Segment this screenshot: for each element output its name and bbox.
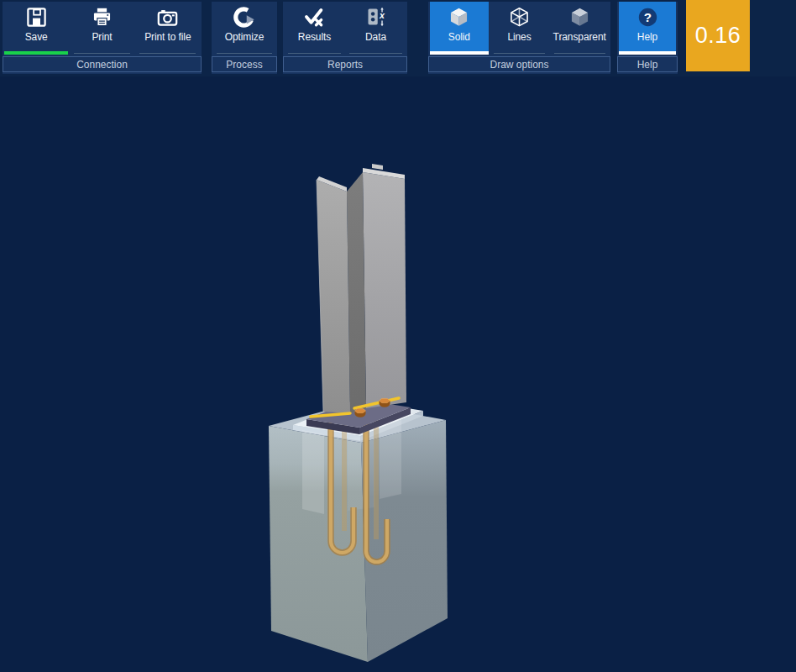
column-web-top-notch: [372, 164, 383, 170]
optimize-icon: [233, 6, 256, 29]
group-label-help: Help: [617, 56, 678, 72]
camera-icon: [156, 6, 179, 29]
print-icon: [91, 6, 113, 29]
solid-label: Solid: [448, 31, 470, 43]
ribbon-group-draw-options: Solid Lines: [428, 2, 610, 74]
optimize-label: Optimize: [225, 31, 264, 43]
print-button[interactable]: Print: [70, 2, 134, 55]
anchor-nut-left: [355, 408, 366, 417]
model-3d-view[interactable]: [0, 0, 796, 672]
data-button[interactable]: x Data: [346, 2, 406, 55]
ribbon-group-help: ? Help Help: [617, 2, 678, 74]
transparent-cube-icon: [568, 6, 591, 29]
lines-button[interactable]: Lines: [490, 2, 549, 55]
group-label-process: Process: [212, 56, 277, 72]
wireframe-cube-icon: [508, 6, 531, 29]
solid-cube-icon: [448, 6, 470, 29]
question-mark-icon: ?: [636, 6, 659, 29]
save-icon: [25, 6, 48, 29]
results-button[interactable]: Results: [285, 2, 344, 55]
column-web: [347, 172, 366, 413]
print-to-file-label: Print to file: [144, 31, 191, 43]
data-label: Data: [365, 31, 386, 43]
group-label-connection: Connection: [3, 56, 202, 72]
print-to-file-button[interactable]: Print to file: [136, 2, 200, 55]
results-check-icon: [303, 6, 326, 29]
ribbon-group-connection: Save Print: [3, 2, 202, 74]
utilization-badge: 0.16: [686, 0, 750, 71]
svg-text:x: x: [379, 10, 385, 20]
group-label-draw-options: Draw options: [428, 56, 610, 72]
save-button[interactable]: Save: [4, 2, 68, 55]
svg-text:?: ?: [643, 10, 651, 24]
ribbon-group-reports: Results x Data Reports: [283, 2, 407, 74]
transparent-button[interactable]: Transparent: [550, 2, 609, 55]
ribbon-toolbar: Save Print: [0, 0, 796, 76]
app-window: Save Print: [0, 0, 796, 672]
help-button[interactable]: ? Help: [619, 2, 676, 55]
column-front-flange: [317, 180, 350, 413]
anchor-nut-right: [380, 398, 390, 407]
help-label: Help: [637, 31, 657, 43]
group-label-reports: Reports: [283, 56, 407, 72]
save-label: Save: [25, 31, 48, 43]
solid-button[interactable]: Solid: [430, 2, 489, 55]
data-plate-icon: x: [364, 6, 387, 29]
transparent-label: Transparent: [553, 31, 606, 43]
ribbon-group-process: Optimize Process: [212, 2, 277, 74]
steel-column: [317, 164, 406, 413]
optimize-button[interactable]: Optimize: [213, 2, 275, 55]
print-label: Print: [92, 31, 112, 43]
column-back-flange: [363, 172, 406, 408]
lines-label: Lines: [507, 31, 531, 43]
results-label: Results: [298, 31, 331, 43]
